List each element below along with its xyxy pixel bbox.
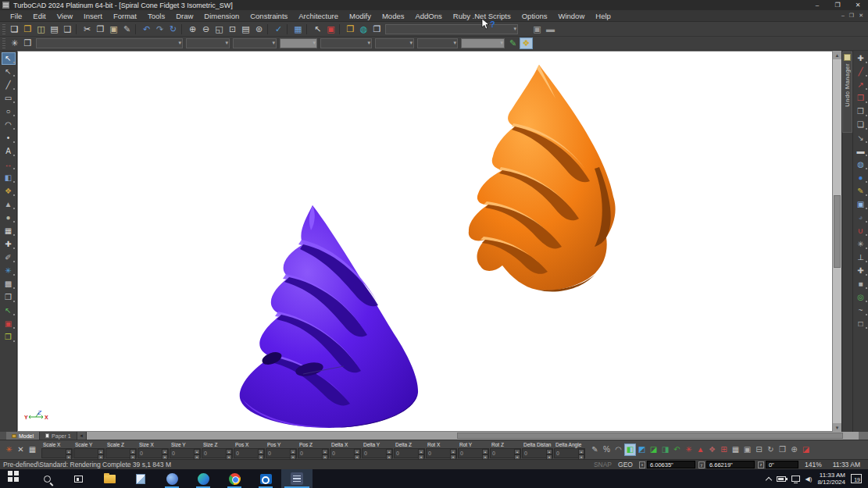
field-spinner[interactable] <box>514 449 520 458</box>
field-spinner[interactable] <box>130 449 136 458</box>
taskbar-task-view-button[interactable] <box>63 469 94 488</box>
print-preview-icon[interactable]: ❑ <box>61 23 74 35</box>
taskbar-turbocad-button[interactable] <box>281 469 313 488</box>
geo-toggle[interactable]: GEO <box>618 461 633 468</box>
pick-tool-icon[interactable]: ↖ <box>311 23 324 35</box>
field-input[interactable]: 0 <box>363 449 386 458</box>
field-input[interactable] <box>42 449 66 458</box>
redo-icon[interactable]: ↷ <box>153 23 166 35</box>
grid-reference-icon[interactable]: ⊞ <box>718 443 730 456</box>
menu-modes[interactable]: Modes <box>377 12 410 20</box>
stamp-3d-icon[interactable]: ❒ <box>854 105 868 118</box>
spell-check-icon[interactable]: ✓ <box>272 23 285 35</box>
menu-architecture[interactable]: Architecture <box>293 12 344 20</box>
options-gear-icon[interactable]: ✳ <box>8 37 21 49</box>
vertical-scroll-thumb[interactable] <box>834 195 841 268</box>
network-icon[interactable] <box>791 476 800 482</box>
taskbar-notepad-button[interactable] <box>125 469 156 488</box>
select-3d-icon[interactable]: ▣ <box>854 198 868 211</box>
horizontal-scrollbar[interactable] <box>87 432 859 440</box>
hatch-icon[interactable]: ◧ <box>2 172 16 184</box>
stamp-icon[interactable]: ❒ <box>2 331 16 344</box>
circle-icon[interactable]: ○ <box>2 105 16 118</box>
paste-icon[interactable]: ▣ <box>107 23 120 35</box>
minimize-button[interactable]: – <box>807 0 827 10</box>
node-edit-icon[interactable]: ↖ <box>2 66 16 78</box>
zoom-selection-icon[interactable]: ⊚ <box>252 23 266 35</box>
coordinate-dropdown[interactable] <box>375 38 414 48</box>
text-icon[interactable]: A <box>2 145 16 158</box>
size-lock-icon[interactable]: ▣ <box>741 443 753 456</box>
save-file-icon[interactable]: ◫ <box>34 23 48 35</box>
field-input[interactable]: 0 <box>266 449 290 458</box>
field-spinner[interactable] <box>290 449 296 458</box>
corner-snap-icon[interactable]: ◪ <box>800 443 812 456</box>
select-icon[interactable]: ↖ <box>2 52 16 65</box>
pick-green-icon[interactable]: ↖ <box>2 305 16 317</box>
scroll-up-arrow[interactable]: ▲ <box>833 51 841 59</box>
selection-dropdown[interactable] <box>385 24 518 34</box>
taskbar-teams-button[interactable] <box>156 469 188 488</box>
field-spinner[interactable] <box>322 449 328 458</box>
field-spinner[interactable] <box>194 449 200 458</box>
transform-icon[interactable]: ↗ <box>854 79 868 91</box>
image-insert-icon[interactable]: ▬ <box>544 23 557 35</box>
linetype-dropdown[interactable] <box>233 38 277 48</box>
menu-window[interactable]: Window <box>552 12 590 20</box>
settings-gear-icon[interactable]: ✳ <box>2 265 16 277</box>
menu-format[interactable]: Format <box>108 12 142 20</box>
copy-icon[interactable]: ❐ <box>94 23 107 35</box>
sheet-tab-model[interactable]: Model <box>6 432 40 440</box>
point-icon[interactable]: • <box>2 132 16 144</box>
curve-handle-icon[interactable]: ◠ <box>613 443 624 456</box>
sheet-scroll-left-button[interactable] <box>77 432 87 440</box>
orange-spiral-cone-model[interactable] <box>465 58 621 297</box>
taskbar-chrome-button[interactable] <box>219 469 250 488</box>
zoom-window-icon[interactable]: ◱ <box>213 23 226 35</box>
extrude-icon[interactable]: ❖ <box>2 185 16 198</box>
toolbar-grip[interactable] <box>2 38 5 48</box>
edit-pencil-icon[interactable]: ✐ <box>2 251 16 264</box>
zoom-page-icon[interactable]: ▤ <box>239 23 252 35</box>
field-input[interactable]: 0 <box>459 449 482 458</box>
field-input[interactable] <box>74 449 98 458</box>
percent-lock-icon[interactable]: % <box>601 443 613 456</box>
materials-icon[interactable]: ✎ <box>854 185 868 198</box>
menu-view[interactable]: View <box>52 12 78 20</box>
unhook-icon[interactable]: ∪ <box>854 225 868 237</box>
field-spinner[interactable] <box>578 449 584 458</box>
render-scene-icon[interactable]: ◕ <box>854 212 868 224</box>
volume-icon[interactable]: ◀) <box>805 476 813 483</box>
mode-surface-icon[interactable]: ◩ <box>636 443 648 456</box>
field-input[interactable]: 0 <box>138 449 162 458</box>
field-input[interactable]: 0 <box>395 449 418 458</box>
workplane-tool-icon[interactable]: ✚ <box>854 52 868 65</box>
mode-wire-icon[interactable]: ◪ <box>648 443 659 456</box>
drawing-canvas[interactable]: Y Z X <box>17 51 833 432</box>
copy-entity-icon[interactable]: ❐ <box>2 291 16 304</box>
clear-selection-icon[interactable]: ✕ <box>15 443 27 456</box>
menu-tools[interactable]: Tools <box>142 12 170 20</box>
tray-expand-icon[interactable] <box>765 476 771 483</box>
field-input[interactable]: 0 <box>555 449 578 458</box>
field-spinner[interactable] <box>354 449 360 458</box>
render-quality-icon[interactable]: ● <box>854 172 868 184</box>
menu-help[interactable]: Help <box>590 12 616 20</box>
dimension-icon[interactable]: ↔ <box>2 159 16 171</box>
workplane-dropdown[interactable] <box>417 38 458 48</box>
layers-icon[interactable]: ❏ <box>854 119 868 131</box>
field-input[interactable]: 0 <box>427 449 450 458</box>
marquee-icon[interactable]: □ <box>854 318 868 330</box>
field-spinner[interactable] <box>258 449 264 458</box>
undo-selection-icon[interactable]: ↶ <box>671 443 683 456</box>
sheet-tab-paper-1[interactable]: Paper 1 <box>40 432 77 440</box>
field-input[interactable]: 0 <box>234 449 258 458</box>
lineweight-dropdown[interactable] <box>280 38 317 48</box>
field-spinner[interactable] <box>226 449 232 458</box>
field-spinner[interactable] <box>98 449 104 458</box>
menu-constraints[interactable]: Constraints <box>245 12 293 20</box>
insert-doc-icon[interactable]: ❐ <box>370 23 384 35</box>
menu-options[interactable]: Options <box>516 12 553 20</box>
field-input[interactable]: 0 <box>170 449 194 458</box>
taskbar-clock[interactable]: 11:33 AM 8/12/2024 <box>817 472 845 486</box>
